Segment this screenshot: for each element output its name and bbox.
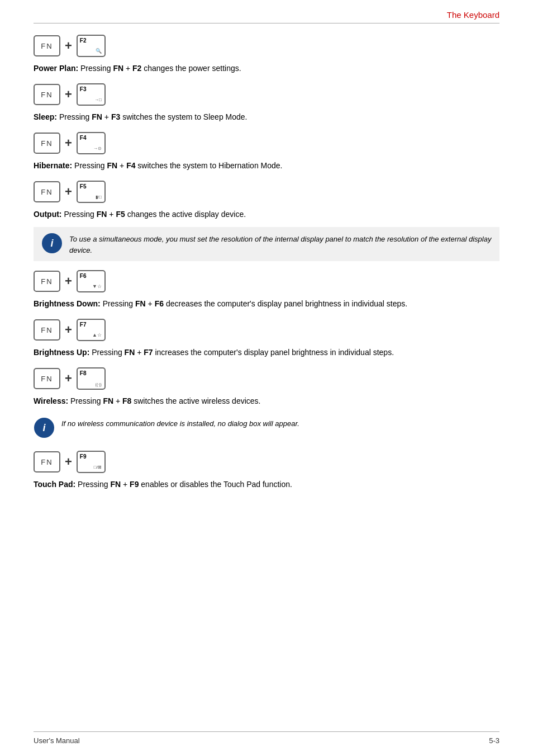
section-f6: FN + F6 ▼☆ Brightness Down: Pressing FN … [34, 270, 499, 310]
fn-key-f4: FN [34, 133, 60, 154]
fn-key-f5: FN [34, 181, 60, 202]
desc-f9: Touch Pad: Pressing FN + F9 enables or d… [34, 479, 499, 490]
fx-key-f4: F4 →⊙ [77, 132, 106, 154]
info-box-f8: i If no wireless communication device is… [34, 414, 499, 442]
section-f4: FN + F4 →⊙ Hibernate: Pressing FN + F4 s… [34, 132, 499, 172]
key-diagram-f9: FN + F9 □/⊠ [34, 451, 499, 473]
plus-f6: + [65, 274, 72, 289]
desc-f5: Output: Pressing FN + F5 changes the act… [34, 209, 499, 220]
plus-f7: + [65, 323, 72, 337]
plus-f5: + [65, 185, 72, 199]
fx-key-f5: F5 ▮/□ [77, 181, 106, 203]
desc-f7: Brightness Up: Pressing FN + F7 increase… [34, 347, 499, 358]
fx-key-f3: F3 →□ [77, 83, 106, 106]
key-diagram-f7: FN + F7 ▲☆ [34, 319, 499, 341]
key-diagram-f5: FN + F5 ▮/□ [34, 181, 499, 203]
key-diagram-f3: FN + F3 →□ [34, 83, 499, 106]
plus-f3: + [65, 87, 72, 102]
section-f5: FN + F5 ▮/□ Output: Pressing FN + F5 cha… [34, 181, 499, 261]
section-f2: FN + F2 🔍 Power Plan: Pressing FN + F2 c… [34, 35, 499, 74]
plus-f8: + [65, 371, 72, 386]
plus-f9: + [65, 455, 72, 469]
fx-key-f8: F8 ((·)) [77, 367, 106, 390]
fn-key-f8: FN [34, 368, 60, 389]
desc-f8: Wireless: Pressing FN + F8 switches the … [34, 395, 499, 407]
footer-manual-label: User's Manual [34, 736, 80, 745]
fn-key-f7: FN [34, 319, 60, 341]
fn-key-f6: FN [34, 271, 60, 292]
footer-page-number: 5-3 [489, 736, 499, 745]
info-icon-circle-f8: i [34, 418, 54, 438]
footer-area: User's Manual 5-3 [34, 731, 499, 745]
key-diagram-f6: FN + F6 ▼☆ [34, 270, 499, 292]
info-icon-f8: i [34, 417, 55, 438]
fn-key-f3: FN [34, 84, 60, 105]
info-box-f5: i To use a simultaneous mode, you must s… [34, 227, 499, 261]
content-area: FN + F2 🔍 Power Plan: Pressing FN + F2 c… [0, 23, 533, 533]
desc-f3: Sleep: Pressing FN + F3 switches the sys… [34, 111, 499, 123]
header-section: The Keyboard [0, 0, 533, 20]
info-text-f8: If no wireless communication device is i… [61, 417, 299, 429]
desc-f2: Power Plan: Pressing FN + F2 changes the… [34, 63, 499, 74]
key-diagram-f8: FN + F8 ((·)) [34, 367, 499, 390]
key-diagram-f4: FN + F4 →⊙ [34, 132, 499, 154]
desc-f6: Brightness Down: Pressing FN + F6 decrea… [34, 298, 499, 310]
info-text-f5: To use a simultaneous mode, you must set… [69, 233, 492, 256]
page-container: The Keyboard FN + F2 🔍 Power Plan: Press… [0, 0, 533, 756]
header-title: The Keyboard [447, 10, 499, 20]
fx-key-f7: F7 ▲☆ [77, 319, 106, 341]
fn-key-f2: FN [34, 35, 60, 56]
section-f9: FN + F9 □/⊠ Touch Pad: Pressing FN + F9 … [34, 451, 499, 490]
desc-f4: Hibernate: Pressing FN + F4 switches the… [34, 160, 499, 172]
info-icon-f5: i [41, 233, 63, 254]
key-diagram-f2: FN + F2 🔍 [34, 35, 499, 57]
fx-key-f6: F6 ▼☆ [77, 270, 106, 292]
fx-key-f9: F9 □/⊠ [77, 451, 106, 473]
section-f3: FN + F3 →□ Sleep: Pressing FN + F3 switc… [34, 83, 499, 123]
info-icon-circle-f5: i [42, 233, 62, 253]
section-f7: FN + F7 ▲☆ Brightness Up: Pressing FN + … [34, 319, 499, 358]
plus-f4: + [65, 136, 72, 150]
section-f8: FN + F8 ((·)) Wireless: Pressing FN + F8… [34, 367, 499, 442]
plus-f2: + [65, 39, 72, 53]
fx-key-f2: F2 🔍 [77, 35, 106, 57]
fn-key-f9: FN [34, 451, 60, 472]
